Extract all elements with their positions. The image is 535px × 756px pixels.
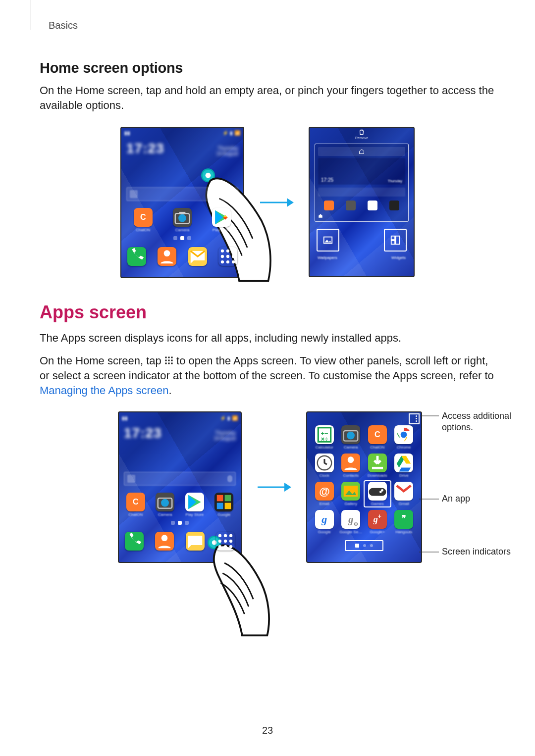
svg-point-11 xyxy=(226,260,229,263)
svg-point-56 xyxy=(348,457,354,463)
play-store-icon xyxy=(185,493,204,511)
svg-point-8 xyxy=(226,255,229,258)
drive-icon xyxy=(394,454,413,472)
clock-icon xyxy=(315,454,334,472)
svg-rect-33 xyxy=(217,503,223,509)
illustration-tap-apps: ▮▮⚡ ▮ 📶 17:23 Thursday14 August ChatON C… xyxy=(118,411,242,563)
messages-icon xyxy=(188,247,207,266)
dialer-icon xyxy=(127,247,146,266)
chapter-label: Basics xyxy=(49,20,495,31)
svg-point-54 xyxy=(401,432,407,438)
screen-indicators xyxy=(345,540,383,551)
svg-point-35 xyxy=(161,535,168,542)
svg-point-5 xyxy=(226,250,229,252)
paragraph-home-options: On the Home screen, tap and hold an empt… xyxy=(40,83,495,113)
svg-point-39 xyxy=(218,540,221,543)
svg-text:@: @ xyxy=(319,485,330,498)
mini-collage-icon xyxy=(389,201,399,210)
svg-point-51 xyxy=(347,432,355,440)
messages-icon xyxy=(186,532,205,551)
google-plus-icon: g+ xyxy=(368,510,387,529)
heading-home-screen-options: Home screen options xyxy=(40,60,495,76)
contacts-icon xyxy=(158,247,176,266)
callout-app-highlight xyxy=(364,480,391,507)
mini-chaton-icon xyxy=(324,201,334,210)
paragraph-apps-1: The Apps screen displays icons for all a… xyxy=(40,331,495,346)
svg-point-42 xyxy=(218,545,221,548)
svg-point-9 xyxy=(232,255,235,258)
svg-point-7 xyxy=(221,255,224,258)
home-fill-icon xyxy=(318,213,323,218)
figure-apps-screen: ▮▮⚡ ▮ 📶 17:23 Thursday14 August ChatON C… xyxy=(45,411,495,563)
svg-rect-57 xyxy=(372,467,383,469)
page-number: 23 xyxy=(0,725,535,736)
camera-icon xyxy=(341,425,360,444)
arrow-right-icon xyxy=(257,480,291,495)
apps-folder-icon xyxy=(214,493,233,511)
paragraph-apps-2: On the Home screen, tap to open the Apps… xyxy=(40,353,495,398)
google-settings-icon: g⚙ xyxy=(341,510,360,529)
svg-point-6 xyxy=(232,250,235,252)
svg-point-38 xyxy=(229,534,232,537)
svg-point-40 xyxy=(224,540,227,543)
camera-icon xyxy=(156,493,174,511)
email-icon: @ xyxy=(315,482,334,501)
dialer-icon xyxy=(125,532,144,551)
chaton-icon xyxy=(368,425,387,444)
mini-play-icon xyxy=(368,201,377,210)
callout-indicators-label: Screen indicators xyxy=(442,547,535,557)
svg-rect-34 xyxy=(225,503,231,509)
svg-rect-22 xyxy=(171,356,172,358)
calculator-icon: +−×÷ xyxy=(315,425,334,444)
callout-more-highlight xyxy=(409,413,420,424)
svg-rect-23 xyxy=(165,359,166,361)
svg-rect-27 xyxy=(168,362,169,364)
svg-point-0 xyxy=(178,214,186,222)
trash-icon xyxy=(358,129,365,136)
apps-drawer-icon xyxy=(218,247,237,266)
svg-text:❞: ❞ xyxy=(402,514,406,523)
svg-rect-17 xyxy=(391,236,395,240)
svg-point-29 xyxy=(161,499,169,507)
svg-rect-26 xyxy=(165,362,166,364)
apps-grid-inline-icon xyxy=(164,356,173,365)
chaton-icon xyxy=(134,208,153,227)
google-icon: g xyxy=(315,510,334,529)
apps-drawer-icon xyxy=(216,532,235,551)
downloads-icon xyxy=(368,454,387,472)
contacts-icon xyxy=(341,454,360,472)
home-outline-icon xyxy=(359,149,365,154)
link-managing-apps-screen[interactable]: Managing the Apps screen xyxy=(40,384,169,397)
svg-rect-20 xyxy=(165,356,166,358)
svg-point-4 xyxy=(221,250,224,252)
mini-camera-icon xyxy=(346,201,356,210)
svg-rect-24 xyxy=(168,359,169,361)
illustration-home-screen: ▮▮⚡ ▮ 📶 17:23 Thursday14 August ChatON C… xyxy=(120,127,244,278)
svg-point-12 xyxy=(232,260,235,263)
svg-rect-18 xyxy=(396,236,399,245)
arrow-right-icon xyxy=(259,195,294,210)
svg-rect-21 xyxy=(168,356,169,358)
callout-options-label: Access additional options. xyxy=(442,410,535,433)
illustration-apps-screen: +−×÷Calculator Camera ChatON Chrome Cloc… xyxy=(306,411,422,563)
svg-rect-32 xyxy=(225,495,231,502)
camera-icon xyxy=(173,208,192,227)
svg-point-10 xyxy=(221,260,224,263)
gmail-icon xyxy=(394,482,413,501)
svg-point-3 xyxy=(164,250,170,256)
svg-rect-28 xyxy=(171,362,172,364)
svg-point-36 xyxy=(218,534,221,537)
svg-point-37 xyxy=(224,534,227,537)
svg-rect-31 xyxy=(217,495,223,502)
widgets-option-icon xyxy=(384,229,407,252)
svg-point-43 xyxy=(224,545,227,548)
hangouts-icon: ❞ xyxy=(394,510,413,529)
svg-rect-2 xyxy=(179,212,186,214)
chaton-icon xyxy=(126,493,145,511)
svg-point-44 xyxy=(229,545,232,548)
callout-app-label: An app xyxy=(442,494,535,504)
heading-apps-screen: Apps screen xyxy=(40,302,495,323)
wallpapers-option-icon xyxy=(317,229,339,252)
svg-rect-19 xyxy=(391,241,395,244)
chrome-icon xyxy=(394,425,413,444)
